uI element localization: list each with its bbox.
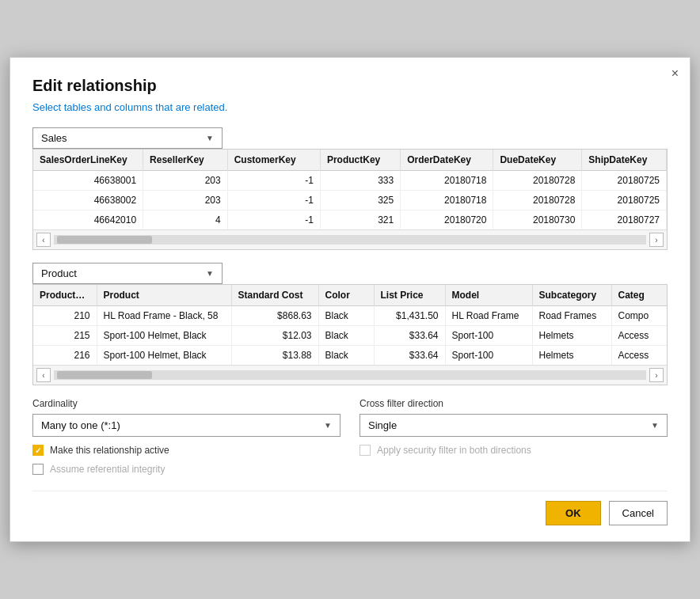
cardinality-col: Cardinality Many to one (*:1) ▼ Make thi… (32, 398, 340, 475)
referential-label: Assume referential integrity (50, 464, 165, 475)
table2: ProductKey Product Standard Cost Color L… (33, 285, 668, 365)
table-cell: Compo (611, 306, 667, 326)
table1-section: Sales ▼ SalesOrderLineKey ResellerKey Cu… (32, 127, 668, 250)
table-cell: Black (318, 326, 374, 346)
table2-scroll-track[interactable] (54, 370, 646, 380)
table-cell: Sport-100 Helmet, Black (97, 346, 231, 366)
active-label: Make this relationship active (50, 445, 169, 456)
table-cell: Access (611, 346, 667, 366)
table1-scroll-right[interactable]: › (649, 233, 664, 247)
table-row: 210HL Road Frame - Black, 58$868.63Black… (33, 306, 667, 326)
table1-scroll-left[interactable]: ‹ (36, 233, 51, 247)
table1-dropdown-arrow: ▼ (206, 134, 214, 142)
referential-checkbox[interactable] (32, 464, 44, 475)
crossfilter-col: Cross filter direction Single ▼ Apply se… (360, 398, 668, 475)
security-label: Apply security filter in both directions (377, 445, 531, 456)
table-cell: $33.64 (374, 346, 445, 366)
table-cell: 20180725 (582, 191, 667, 210)
table1-scroll-thumb (57, 236, 152, 244)
col2-model: Model (445, 285, 532, 306)
table1-scroll-track[interactable] (54, 235, 646, 245)
table2-dropdown[interactable]: Product ▼ (32, 263, 223, 284)
table-cell: -1 (227, 171, 320, 191)
table-cell: $33.64 (374, 326, 445, 346)
table-cell: 20180720 (401, 210, 493, 230)
ok-button[interactable]: OK (546, 501, 601, 525)
col2-product: Product (97, 285, 231, 306)
col-orderdatekey: OrderDateKey (401, 150, 493, 171)
table-cell: 203 (143, 191, 228, 210)
table-cell: 210 (33, 306, 97, 326)
table1-dropdown[interactable]: Sales ▼ (32, 127, 223, 149)
table2-scrollbar[interactable]: ‹ › (33, 365, 667, 385)
table-cell: Sport-100 Helmet, Black (97, 326, 231, 346)
crossfilter-dropdown[interactable]: Single ▼ (360, 414, 668, 437)
col2-color: Color (318, 285, 374, 306)
close-button[interactable]: × (671, 67, 679, 80)
table-cell: 4 (143, 210, 228, 230)
table-cell: 325 (320, 191, 400, 210)
cardinality-arrow: ▼ (324, 421, 332, 430)
table1-dropdown-value: Sales (41, 132, 67, 144)
table1-scrollbar[interactable]: ‹ › (33, 229, 667, 249)
table-cell: 46642010 (33, 210, 143, 230)
table-cell: Helmets (532, 326, 611, 346)
table-cell: Black (318, 346, 374, 366)
options-row: Cardinality Many to one (*:1) ▼ Make thi… (32, 398, 668, 475)
table2-wrapper: ProductKey Product Standard Cost Color L… (32, 284, 668, 385)
footer-row: OK Cancel (32, 491, 668, 525)
table-cell: -1 (227, 191, 320, 210)
table-cell: HL Road Frame - Black, 58 (97, 306, 231, 326)
col2-listprice: List Price (374, 285, 445, 306)
table-cell: 333 (320, 171, 400, 191)
col-productkey: ProductKey (320, 150, 400, 171)
table-cell: 215 (33, 326, 97, 346)
table-cell: Access (611, 326, 667, 346)
table2-section: Product ▼ ProductKey Product Standard Co… (32, 263, 668, 385)
table-cell: 216 (33, 346, 97, 366)
dialog-subtitle: Select tables and columns that are relat… (32, 101, 668, 113)
table1: SalesOrderLineKey ResellerKey CustomerKe… (33, 150, 667, 229)
table2-scroll-left[interactable]: ‹ (36, 368, 51, 382)
table-cell: $868.63 (231, 306, 318, 326)
table2-scroll-right[interactable]: › (649, 368, 664, 382)
table1-header-row: SalesOrderLineKey ResellerKey CustomerKe… (33, 150, 667, 171)
table-cell: 321 (320, 210, 400, 230)
table-cell: 203 (143, 171, 228, 191)
table-cell: 20180730 (493, 210, 582, 230)
table-cell: Helmets (532, 346, 611, 366)
table-cell: 46638001 (33, 171, 143, 191)
cardinality-value: Many to one (*:1) (41, 419, 120, 431)
active-checkbox[interactable] (32, 445, 44, 456)
table-cell: Black (318, 306, 374, 326)
table-cell: 20180718 (401, 191, 493, 210)
security-checkbox[interactable] (360, 445, 371, 456)
table-cell: 20180728 (493, 191, 582, 210)
table-cell: 20180727 (582, 210, 667, 230)
table2-dropdown-arrow: ▼ (206, 269, 214, 278)
col2-subcategory: Subcategory (532, 285, 611, 306)
referential-checkbox-row: Assume referential integrity (32, 464, 340, 475)
table-row: 215Sport-100 Helmet, Black$12.03Black$33… (33, 326, 667, 346)
table-cell: Sport-100 (445, 346, 532, 366)
table-cell: 46638002 (33, 191, 143, 210)
crossfilter-arrow: ▼ (651, 421, 659, 430)
table-cell: Sport-100 (445, 326, 532, 346)
table-row: 466420104-1321201807202018073020180727 (33, 210, 667, 230)
table-cell: $1,431.50 (374, 306, 445, 326)
crossfilter-value: Single (368, 419, 397, 431)
table-cell: HL Road Frame (445, 306, 532, 326)
cardinality-dropdown[interactable]: Many to one (*:1) ▼ (32, 414, 340, 437)
col-duedatekey: DueDateKey (493, 150, 582, 171)
col-resellerkey: ResellerKey (143, 150, 228, 171)
table2-scroll-thumb (57, 371, 152, 379)
table-cell: -1 (227, 210, 320, 230)
table2-header-row: ProductKey Product Standard Cost Color L… (33, 285, 667, 306)
table-cell: Road Frames (532, 306, 611, 326)
table2-dropdown-value: Product (41, 267, 77, 279)
col-salesorderlinekey: SalesOrderLineKey (33, 150, 143, 171)
table-row: 46638002203-1325201807182018072820180725 (33, 191, 667, 210)
cancel-button[interactable]: Cancel (609, 501, 668, 525)
col-customerkey: CustomerKey (227, 150, 320, 171)
col2-categ: Categ (611, 285, 667, 306)
